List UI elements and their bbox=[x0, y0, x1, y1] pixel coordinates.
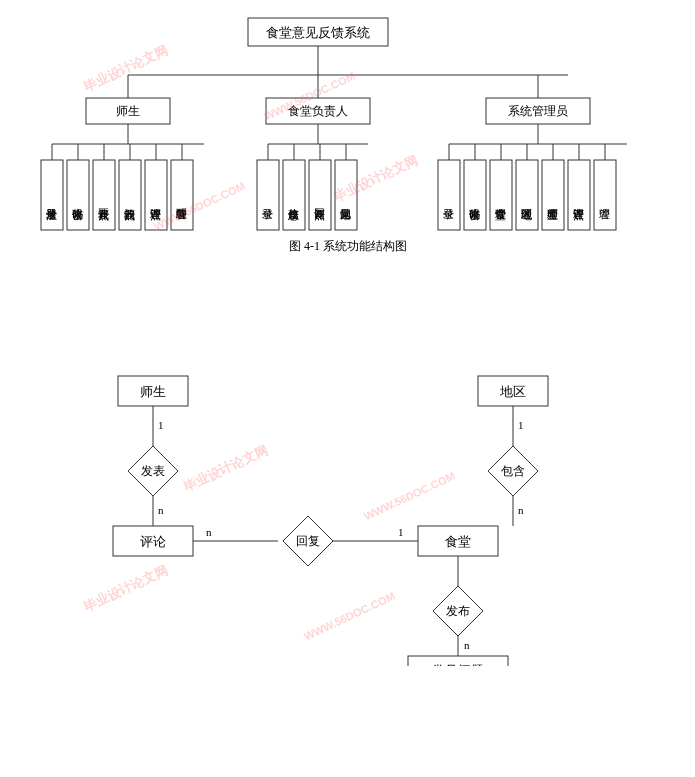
svg-text:评论: 评论 bbox=[140, 534, 166, 549]
er-svg: 师生 地区 1 发表 n 评论 n 回复 bbox=[58, 356, 638, 666]
svg-text:食堂意见反馈系统: 食堂意见反馈系统 bbox=[266, 25, 370, 40]
svg-text:发表: 发表 bbox=[141, 464, 165, 478]
functional-diagram: 食堂意见反馈系统 师生 食堂负责人 系统管理员 bbox=[18, 10, 678, 350]
svg-text:1: 1 bbox=[398, 526, 404, 538]
svg-text:1: 1 bbox=[158, 419, 164, 431]
svg-rect-64 bbox=[542, 160, 564, 230]
svg-text:常见问题: 常见问题 bbox=[432, 663, 484, 666]
svg-text:图 4-1 系统功能结构图: 图 4-1 系统功能结构图 bbox=[289, 239, 407, 253]
svg-rect-56 bbox=[438, 160, 460, 230]
svg-text:发布: 发布 bbox=[446, 604, 470, 618]
svg-text:师生: 师生 bbox=[140, 384, 166, 399]
svg-rect-21 bbox=[41, 160, 63, 230]
svg-rect-58 bbox=[464, 160, 486, 230]
svg-text:食堂负责人: 食堂负责人 bbox=[288, 104, 348, 118]
svg-rect-62 bbox=[516, 160, 538, 230]
svg-rect-43 bbox=[309, 160, 331, 230]
svg-rect-29 bbox=[145, 160, 167, 230]
svg-rect-25 bbox=[93, 160, 115, 230]
svg-text:回复: 回复 bbox=[296, 534, 320, 548]
svg-text:师生: 师生 bbox=[116, 104, 140, 118]
er-diagram: 师生 地区 1 发表 n 评论 n 回复 bbox=[58, 356, 638, 666]
svg-rect-45 bbox=[335, 160, 357, 230]
tree-svg: 食堂意见反馈系统 师生 食堂负责人 系统管理员 bbox=[18, 10, 678, 350]
svg-rect-60 bbox=[490, 160, 512, 230]
svg-rect-27 bbox=[119, 160, 141, 230]
svg-rect-66 bbox=[568, 160, 590, 230]
svg-rect-39 bbox=[257, 160, 279, 230]
svg-text:n: n bbox=[206, 526, 212, 538]
svg-rect-23 bbox=[67, 160, 89, 230]
svg-rect-41 bbox=[283, 160, 305, 230]
svg-text:食堂: 食堂 bbox=[445, 534, 471, 549]
svg-rect-31 bbox=[171, 160, 193, 230]
svg-text:系统管理员: 系统管理员 bbox=[508, 104, 568, 118]
svg-text:n: n bbox=[464, 639, 470, 651]
svg-text:n: n bbox=[158, 504, 164, 516]
svg-rect-68 bbox=[594, 160, 616, 230]
svg-text:包含: 包含 bbox=[501, 464, 525, 478]
svg-text:地区: 地区 bbox=[499, 384, 526, 399]
page: 毕业设计论文网 WWW.56DOC.COM 毕业设计论文网 WWW.56DOC.… bbox=[0, 0, 695, 676]
svg-text:n: n bbox=[518, 504, 524, 516]
svg-text:1: 1 bbox=[518, 419, 524, 431]
